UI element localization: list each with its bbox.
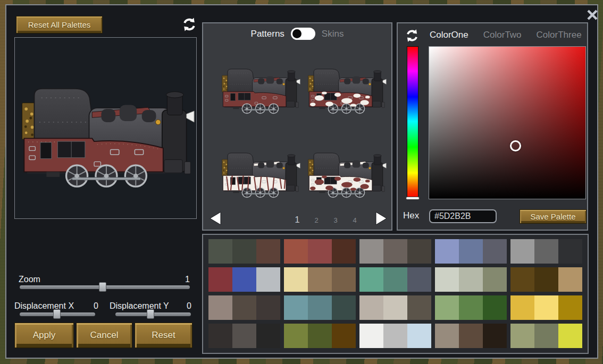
page-next-icon[interactable]	[374, 210, 388, 226]
palette-swatch	[208, 267, 232, 292]
tab-colorthree[interactable]: ColorThree	[537, 30, 582, 40]
palette-swatch	[383, 324, 407, 348]
refresh-color-icon[interactable]	[405, 29, 419, 43]
palette-group[interactable]	[359, 324, 431, 348]
hue-slider[interactable]	[407, 46, 418, 199]
palette-group[interactable]	[208, 295, 280, 320]
palette-swatch	[510, 324, 534, 348]
patterns-panel: Patterns Skins 1234	[202, 22, 392, 231]
reset-button[interactable]: Reset	[135, 323, 192, 348]
displacement-y-label: Displacement Y	[110, 301, 169, 311]
displacement-y-slider[interactable]	[115, 312, 191, 316]
palette-swatch	[558, 295, 582, 320]
palette-group[interactable]	[208, 239, 280, 264]
palette-swatch	[308, 295, 332, 320]
palette-swatch	[232, 324, 256, 348]
palette-group[interactable]	[359, 295, 431, 320]
palette-swatch	[208, 324, 232, 348]
palette-swatch	[284, 267, 308, 292]
reset-all-palettes-button[interactable]: Reset All Palettes	[16, 16, 103, 33]
displacement-y-handle[interactable]	[147, 309, 154, 319]
palette-swatch	[459, 239, 483, 264]
palette-swatch	[407, 239, 431, 264]
palette-group[interactable]	[510, 324, 582, 348]
palette-swatch	[359, 267, 383, 292]
zoom-slider[interactable]	[20, 285, 190, 289]
palette-swatch	[308, 267, 332, 292]
refresh-preview-icon[interactable]	[182, 17, 197, 32]
palette-swatch	[256, 295, 280, 320]
palette-swatch	[534, 267, 558, 292]
pattern-red-streaks[interactable]	[218, 142, 302, 199]
palette-swatch	[510, 295, 534, 320]
palette-swatch	[208, 239, 232, 264]
page-number-4[interactable]: 4	[352, 216, 357, 224]
displacement-x-slider[interactable]	[20, 312, 95, 316]
displacement-x-handle[interactable]	[53, 309, 61, 319]
color-tabs: ColorOneColorTwoColorThree	[430, 30, 582, 40]
palette-swatch	[359, 239, 383, 264]
close-icon[interactable]	[584, 6, 601, 23]
palette-swatch	[359, 295, 383, 320]
palette-swatch	[483, 295, 507, 320]
palette-swatch	[510, 239, 534, 264]
palette-swatch	[534, 295, 558, 320]
tab-colorone[interactable]: ColorOne	[430, 30, 468, 40]
skins-label: Skins	[322, 29, 344, 39]
palette-group[interactable]	[435, 295, 507, 320]
palette-group[interactable]	[284, 324, 356, 348]
page-number-2[interactable]: 2	[314, 216, 319, 224]
pattern-white-camo[interactable]	[304, 58, 388, 115]
palette-swatch	[284, 295, 308, 320]
palette-group[interactable]	[284, 267, 356, 292]
tab-colortwo[interactable]: ColorTwo	[483, 30, 522, 40]
save-palette-button[interactable]: Save Palette	[520, 209, 587, 224]
palette-group[interactable]	[435, 324, 507, 348]
palette-swatch	[284, 239, 308, 264]
palette-swatch	[510, 267, 534, 292]
train-preview-panel	[14, 37, 197, 219]
displacement-x-label: Displacement X	[14, 301, 74, 311]
page-number-1[interactable]: 1	[295, 215, 300, 225]
apply-button[interactable]: Apply	[14, 323, 74, 348]
palette-rows	[208, 239, 582, 348]
page-number-3[interactable]: 3	[333, 216, 338, 224]
locomotive-preview	[17, 65, 195, 190]
palette-swatch	[332, 267, 356, 292]
palette-swatch	[284, 324, 308, 348]
hex-label: Hex	[403, 210, 419, 221]
palette-group[interactable]	[208, 267, 280, 292]
palette-swatch	[256, 324, 280, 348]
patterns-skins-toggle[interactable]	[291, 28, 315, 40]
palette-group[interactable]	[208, 324, 280, 348]
hue-slider-handle[interactable]	[406, 197, 420, 200]
pattern-red-camo[interactable]	[304, 142, 388, 199]
cancel-button[interactable]: Cancel	[76, 323, 132, 348]
zoom-slider-handle[interactable]	[99, 282, 106, 292]
palette-swatch	[208, 295, 232, 320]
palette-swatch	[332, 239, 356, 264]
palette-swatch	[308, 324, 332, 348]
palette-row	[208, 267, 582, 292]
palette-group[interactable]	[435, 267, 507, 292]
palette-group[interactable]	[510, 239, 582, 264]
hex-input[interactable]	[429, 209, 497, 223]
color-picker-handle[interactable]	[510, 140, 521, 151]
saturation-value-square[interactable]	[429, 46, 586, 199]
palette-swatch	[483, 239, 507, 264]
palette-swatch	[407, 267, 431, 292]
palette-group[interactable]	[510, 267, 582, 292]
palette-group[interactable]	[359, 239, 431, 264]
page-prev-icon[interactable]	[208, 210, 222, 226]
palette-group[interactable]	[359, 267, 431, 292]
palette-group[interactable]	[284, 295, 356, 320]
palette-swatch	[383, 295, 407, 320]
palette-row	[208, 295, 582, 320]
palette-group[interactable]	[435, 239, 507, 264]
pattern-solid[interactable]	[218, 58, 302, 115]
palette-group[interactable]	[510, 295, 582, 320]
palette-swatch	[534, 324, 558, 348]
palette-group[interactable]	[284, 239, 356, 264]
palette-swatch	[256, 267, 280, 292]
palette-swatch	[359, 324, 383, 348]
